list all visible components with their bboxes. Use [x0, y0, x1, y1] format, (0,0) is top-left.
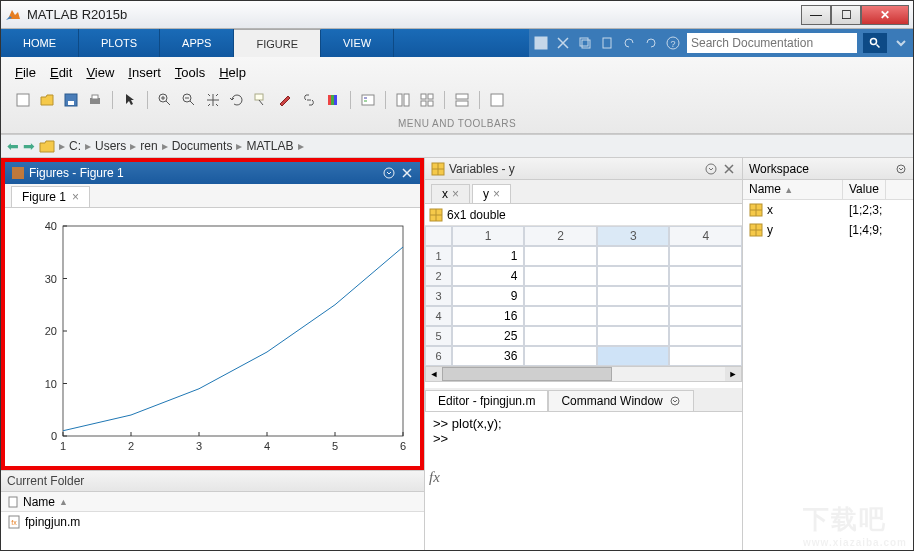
crumb-matlab[interactable]: MATLAB	[246, 139, 293, 153]
tab-home[interactable]: HOME	[1, 29, 79, 57]
close-tab-icon[interactable]: ×	[493, 187, 500, 201]
address-bar: ⬅ ➡ ▸ C:▸ Users▸ ren▸ Documents▸ MATLAB▸	[1, 134, 913, 158]
svg-rect-3	[603, 38, 611, 48]
search-button[interactable]	[863, 33, 887, 53]
svg-rect-28	[397, 94, 402, 106]
svg-text:20: 20	[45, 325, 57, 337]
figure-icon	[11, 166, 25, 180]
open-icon[interactable]	[37, 90, 57, 110]
variable-grid[interactable]: 1 2 3 4 11 24 39 416 525 636	[425, 226, 742, 366]
menu-help[interactable]: Help	[219, 65, 246, 80]
col-2[interactable]: 2	[524, 226, 597, 246]
var-tab-x[interactable]: x×	[431, 184, 470, 203]
link-icon[interactable]	[299, 90, 319, 110]
middle-column: Variables - y x× y× 6x1 double 1 2 3 4	[425, 158, 743, 550]
insert-legend-icon[interactable]	[358, 90, 378, 110]
actions-menu-icon[interactable]	[895, 163, 907, 175]
scroll-right-icon[interactable]: ►	[725, 367, 741, 381]
dock-icon[interactable]	[487, 90, 507, 110]
crumb-ren[interactable]: ren	[140, 139, 157, 153]
rotate-icon[interactable]	[227, 90, 247, 110]
horizontal-scrollbar[interactable]: ◄ ►	[425, 366, 742, 382]
new-figure-icon[interactable]	[13, 90, 33, 110]
var-tab-y[interactable]: y×	[472, 184, 511, 203]
col-3[interactable]: 3	[597, 226, 670, 246]
crumb-c[interactable]: C:	[69, 139, 81, 153]
crumb-users[interactable]: Users	[95, 139, 126, 153]
actions-menu-icon[interactable]	[704, 162, 718, 176]
tab-command-window[interactable]: Command Window	[548, 390, 693, 411]
command-window-body[interactable]: >> plot(x,y); >>	[425, 412, 742, 550]
left-column: Figures - Figure 1 Figure 1 × 0102030401…	[1, 158, 425, 550]
workspace-table: Name ▲ Value x [1;2;3; y [1;4;9;	[743, 180, 913, 240]
back-icon[interactable]: ⬅	[7, 138, 19, 154]
brush-icon[interactable]	[275, 90, 295, 110]
copy-icon[interactable]	[577, 35, 593, 51]
menu-tools[interactable]: Tools	[175, 65, 205, 80]
cut-icon[interactable]	[555, 35, 571, 51]
close-panel-icon[interactable]	[722, 162, 736, 176]
zoom-out-icon[interactable]	[179, 90, 199, 110]
workspace-columns[interactable]: Name ▲ Value	[743, 180, 913, 200]
variables-title: Variables - y	[449, 162, 700, 176]
tab-view[interactable]: VIEW	[321, 29, 394, 57]
actions-menu-icon[interactable]	[669, 395, 681, 407]
workspace-row[interactable]: y [1;4;9;	[743, 220, 913, 240]
scroll-left-icon[interactable]: ◄	[426, 367, 442, 381]
menu-view[interactable]: View	[86, 65, 114, 80]
file-row[interactable]: fx fpingjun.m	[1, 512, 424, 532]
menu-file[interactable]: File	[15, 65, 36, 80]
minimize-button[interactable]: —	[801, 5, 831, 25]
tab-plots[interactable]: PLOTS	[79, 29, 160, 57]
crumb-documents[interactable]: Documents	[172, 139, 233, 153]
close-button[interactable]: ✕	[861, 5, 909, 25]
plot-area[interactable]: 010203040123456	[5, 208, 420, 466]
tile-icon[interactable]	[452, 90, 472, 110]
col-4[interactable]: 4	[669, 226, 742, 246]
cf-column-header[interactable]: Name ▲	[1, 492, 424, 512]
zoom-in-icon[interactable]	[155, 90, 175, 110]
figure-tab-1[interactable]: Figure 1 ×	[11, 186, 90, 207]
print-icon[interactable]	[85, 90, 105, 110]
save-icon[interactable]	[533, 35, 549, 51]
forward-icon[interactable]: ➡	[23, 138, 35, 154]
menu-edit[interactable]: Edit	[50, 65, 72, 80]
search-input[interactable]	[687, 33, 857, 53]
mfile-icon: fx	[7, 515, 21, 529]
tab-editor[interactable]: Editor - fpingjun.m	[425, 390, 548, 411]
tab-apps[interactable]: APPS	[160, 29, 234, 57]
close-tab-icon[interactable]: ×	[452, 187, 459, 201]
save-icon[interactable]	[61, 90, 81, 110]
undo-icon[interactable]	[621, 35, 637, 51]
svg-rect-39	[63, 226, 403, 436]
close-panel-icon[interactable]	[400, 166, 414, 180]
layout-2x2-icon[interactable]	[417, 90, 437, 110]
file-name: fpingjun.m	[25, 515, 80, 529]
maximize-button[interactable]: ☐	[831, 5, 861, 25]
menu-insert[interactable]: Insert	[128, 65, 161, 80]
pan-icon[interactable]	[203, 90, 223, 110]
actions-menu-icon[interactable]	[382, 166, 396, 180]
svg-rect-36	[491, 94, 503, 106]
svg-text:3: 3	[196, 440, 202, 452]
window-buttons: — ☐ ✕	[801, 5, 909, 25]
pointer-icon[interactable]	[120, 90, 140, 110]
layout-2x1-icon[interactable]	[393, 90, 413, 110]
help-icon[interactable]: ?	[665, 35, 681, 51]
svg-rect-24	[334, 95, 337, 105]
redo-icon[interactable]	[643, 35, 659, 51]
col-1[interactable]: 1	[452, 226, 525, 246]
quick-access-toolbar: ?	[529, 29, 913, 57]
workspace-row[interactable]: x [1;2;3;	[743, 200, 913, 220]
datacursor-icon[interactable]	[251, 90, 271, 110]
scroll-thumb[interactable]	[442, 367, 612, 381]
fx-prompt-icon[interactable]: fx	[429, 469, 440, 486]
colorbar-icon[interactable]	[323, 90, 343, 110]
chevron-down-icon[interactable]	[893, 35, 909, 51]
svg-line-18	[190, 101, 194, 105]
svg-rect-37	[12, 167, 24, 179]
tab-figure[interactable]: FIGURE	[234, 29, 321, 57]
paste-icon[interactable]	[599, 35, 615, 51]
grid-icon	[749, 223, 763, 237]
close-tab-icon[interactable]: ×	[72, 190, 79, 204]
